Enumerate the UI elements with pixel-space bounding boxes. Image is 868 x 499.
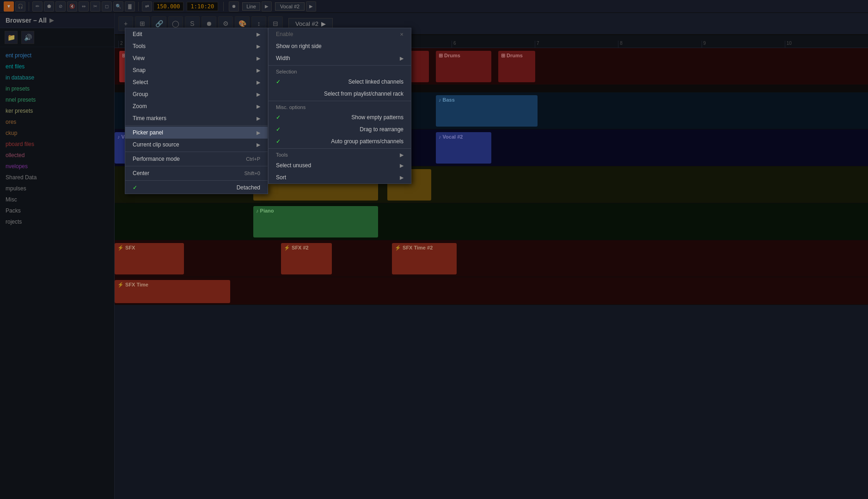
menu-item-label: View xyxy=(133,55,145,61)
context-menu: Edit ▶ Tools ▶ View ▶ Snap ▶ Select ▶ Gr… xyxy=(125,28,268,194)
menu-item-current-clip[interactable]: Current clip source ▶ xyxy=(125,139,268,151)
submenu-sep-2 xyxy=(269,101,411,101)
menu-arrow-current-clip: ▶ xyxy=(257,142,260,148)
menu-item-group[interactable]: Group ▶ xyxy=(125,88,268,100)
menu-item-label: Time markers xyxy=(133,115,166,122)
menu-item-label: Performance mode xyxy=(133,156,180,162)
menu-item-zoom[interactable]: Zoom ▶ xyxy=(125,100,268,112)
menu-item-label: Group xyxy=(133,91,148,97)
submenu-item-label: Sort xyxy=(276,174,286,181)
menu-item-performance[interactable]: Performance mode Ctrl+P xyxy=(125,153,268,165)
submenu-sep-3 xyxy=(269,148,411,149)
menu-item-picker-panel[interactable]: Picker panel ▶ xyxy=(125,127,268,139)
submenu-item-label: Show empty patterns xyxy=(351,114,403,121)
submenu-section-tools: Tools ▶ xyxy=(269,150,411,159)
submenu-item-show-right[interactable]: Show on right side xyxy=(269,40,411,52)
menu-shortcut-center: Shift+0 xyxy=(244,170,260,176)
menu-item-label: Snap xyxy=(133,67,146,73)
submenu-item-label: Show on right side xyxy=(276,43,322,49)
submenu-arrow-width: ▶ xyxy=(400,55,403,61)
submenu-check-drag: ✓ xyxy=(276,126,283,133)
submenu-item-show-empty[interactable]: ✓ Show empty patterns xyxy=(269,111,411,123)
menu-item-label: Detached xyxy=(237,184,260,191)
menu-sep-2 xyxy=(125,152,268,152)
menu-item-center[interactable]: Center Shift+0 xyxy=(125,167,268,179)
submenu-enable-label: Enable xyxy=(276,31,293,37)
submenu-enable-close: ✕ xyxy=(400,32,403,37)
submenu-section-misc: Misc. options xyxy=(269,102,411,111)
menu-item-label: Zoom xyxy=(133,103,147,110)
submenu-section-selection: Selection xyxy=(269,67,411,76)
submenu-item-label: Drag to rearrange xyxy=(360,126,403,133)
menu-arrow-group: ▶ xyxy=(257,91,260,97)
menu-item-tools[interactable]: Tools ▶ xyxy=(125,40,268,52)
submenu-item-linked-channels[interactable]: ✓ Select linked channels xyxy=(269,76,411,88)
menu-sep-4 xyxy=(125,180,268,181)
menu-item-select[interactable]: Select ▶ xyxy=(125,76,268,88)
submenu-item-label: Select from playlist/channel rack xyxy=(324,91,403,97)
submenu-item-select-unused[interactable]: Select unused ▶ xyxy=(269,159,411,171)
picker-panel-submenu: Enable ✕ Show on right side Width ▶ Sele… xyxy=(268,28,411,184)
menu-shortcut-performance: Ctrl+P xyxy=(246,156,260,162)
submenu-check-linked: ✓ xyxy=(276,79,283,85)
menu-item-label: Center xyxy=(133,170,149,176)
submenu-item-sort[interactable]: Sort ▶ xyxy=(269,171,411,183)
menu-item-label: Current clip source xyxy=(133,141,179,148)
menu-item-edit[interactable]: Edit ▶ xyxy=(125,28,268,40)
menu-arrow-edit: ▶ xyxy=(257,31,260,37)
menu-sep-3 xyxy=(125,166,268,166)
menu-item-label: Tools xyxy=(133,43,146,49)
menu-item-label: Edit xyxy=(133,31,142,37)
menu-item-label: Picker panel xyxy=(133,129,163,136)
submenu-item-select-from-playlist[interactable]: Select from playlist/channel rack xyxy=(269,88,411,100)
submenu-arrow-sort: ▶ xyxy=(400,175,403,181)
submenu-arrow-unused: ▶ xyxy=(400,163,403,169)
submenu-sep-1 xyxy=(269,65,411,66)
submenu-item-label: Select linked channels xyxy=(348,79,403,85)
submenu-item-label: Select unused xyxy=(276,162,311,169)
submenu-check-empty: ✓ xyxy=(276,114,283,121)
submenu-item-enable[interactable]: Enable ✕ xyxy=(269,28,411,40)
menu-sep-1 xyxy=(125,125,268,126)
menu-arrow-time-markers: ▶ xyxy=(257,116,260,122)
menu-arrow-zoom: ▶ xyxy=(257,103,260,110)
submenu-check-autogroup: ✓ xyxy=(276,138,283,145)
menu-item-time-markers[interactable]: Time markers ▶ xyxy=(125,112,268,124)
menu-item-label: Select xyxy=(133,79,148,85)
menu-arrow-snap: ▶ xyxy=(257,67,260,73)
menu-check-detached: ✓ xyxy=(133,184,140,191)
submenu-item-width[interactable]: Width ▶ xyxy=(269,52,411,64)
submenu-item-label: Width xyxy=(276,55,290,61)
submenu-item-label: Auto group patterns/channels xyxy=(331,138,403,145)
submenu-item-auto-group[interactable]: ✓ Auto group patterns/channels xyxy=(269,135,411,147)
menu-arrow-tools: ▶ xyxy=(257,43,260,49)
submenu-arrow-tools: ▶ xyxy=(400,152,403,158)
menu-item-view[interactable]: View ▶ xyxy=(125,52,268,64)
menu-arrow-picker-panel: ▶ xyxy=(257,130,260,136)
submenu-item-drag-rearrange[interactable]: ✓ Drag to rearrange xyxy=(269,123,411,135)
menu-arrow-select: ▶ xyxy=(257,79,260,85)
menu-item-snap[interactable]: Snap ▶ xyxy=(125,64,268,76)
menu-item-detached[interactable]: ✓ Detached xyxy=(125,182,268,194)
menu-arrow-view: ▶ xyxy=(257,55,260,61)
